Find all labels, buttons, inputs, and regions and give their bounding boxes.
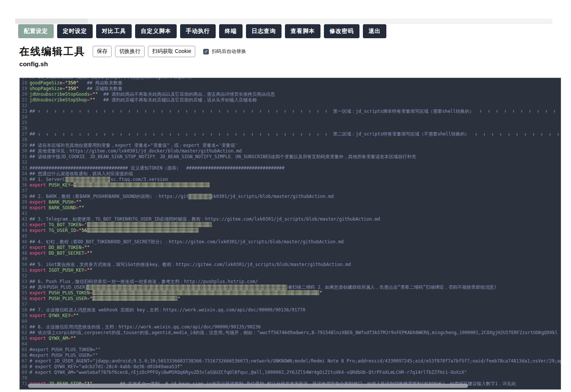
code-token: # export QYWX_AM="wwe5abaf787bf6cec6,rEj… [30, 370, 467, 375]
nav-timer-settings[interactable]: 定时设定 [57, 24, 93, 38]
code-token: ## 商品取关数量 [87, 80, 123, 86]
code-line[interactable]: 49 [20, 256, 561, 262]
code-line[interactable]: 62## 依次填上corpid的值,corpsecret的值,touser的值,… [20, 330, 561, 336]
line-number: 28 [20, 137, 27, 143]
code-token: = [76, 205, 79, 210]
code-line[interactable]: 37 [20, 188, 561, 194]
code-editor-content: 17## UN_SUBSCRIBES（选填）由脚本会export，无需在conf… [20, 78, 561, 387]
code-line[interactable]: 41 [20, 211, 561, 216]
code-line[interactable]: 26 [20, 126, 561, 131]
code-line[interactable]: 38## 2. BARK，教程（看BARK_PUSH和BARK_SOUND的说明… [20, 194, 561, 199]
code-line[interactable]: 44export TG_USER_ID="56 [20, 228, 561, 233]
code-line[interactable]: 58## 7. 企业微信机器人消息推送 webhook 后面的 key，文档：h… [20, 307, 561, 313]
scan-cookie-button[interactable]: 扫码获取 Cookie [148, 46, 195, 57]
code-line[interactable]: 50## 5. iGot聚合推送，支持多方式推送，填写iGot的推送key。教程… [20, 262, 561, 268]
code-line[interactable]: 57 [20, 302, 561, 307]
code-line[interactable]: 53## 6. Push Plus，微信扫码登录后一对一推送或一对多推送，参考文… [20, 279, 561, 285]
code-line[interactable]: 55export PUSH_PLUS_TOKEN=" [20, 290, 561, 296]
line-number: 20 [20, 92, 27, 97]
code-line[interactable]: 66#export PUSH_PLUS_USER="" [20, 353, 561, 358]
line-number: 21 [20, 97, 27, 103]
code-token: shopPageSize [30, 86, 62, 91]
line-number: 54 [20, 285, 27, 290]
code-editor[interactable]: 17## UN_SUBSCRIBES（选填）由脚本会export，无需在conf… [19, 78, 561, 390]
code-line[interactable]: 19shopPageSize="350" ## 店铺取关数量 [20, 86, 561, 92]
code-line[interactable]: 56export PUSH_PLUS_USER="" [20, 296, 561, 302]
code-line[interactable]: 34## 想通过什么渠道收取通知，就填入对应渠道的值 [20, 171, 561, 177]
horizontal-scrollbar-thumb[interactable] [28, 384, 468, 388]
code-line[interactable]: 51export IGOT_PUSH_KEY="" [20, 268, 561, 273]
code-line[interactable]: 24 [20, 114, 561, 120]
code-line[interactable]: 67# export JD_USER_AGENT="jdapp;android;… [20, 358, 561, 364]
code-line[interactable]: 18goodPageSize="350" ## 商品取关数量 [20, 80, 561, 86]
nav-manual-run[interactable]: 手动执行 [180, 24, 216, 38]
nav-config-settings[interactable]: 配置设定 [18, 24, 54, 38]
code-line[interactable]: 65#export PUSH_PLUS_TOKEN="" [20, 347, 561, 353]
code-line[interactable]: 40export BARK_SOUND="" [20, 205, 561, 211]
code-token: "" [76, 199, 81, 205]
nav-log-query[interactable]: 日志查询 [246, 24, 282, 38]
code-line[interactable]: 48export DD_BOT_SECRET="" [20, 250, 561, 256]
code-line[interactable]: 54## 其中PUSH_PLUS_USER是一对多推送的“群组编码”（一对多推送… [20, 285, 561, 290]
code-line[interactable]: 61## 8. 企业微信应用消息推送的值，文档：https://work.wei… [20, 324, 561, 330]
code-line[interactable]: 29## 请在本区域补充其他你需要用到变量，export 变量名="变量值"，或… [20, 143, 561, 148]
code-token: ## 依次填上corpid的值,corpsecret的值,touser的值,ag… [30, 330, 558, 335]
code-line[interactable]: 64 [20, 341, 561, 347]
code-token: #export PUSH_PLUS_USER="" [30, 353, 98, 358]
line-number: 44 [20, 228, 27, 233]
save-button[interactable]: 保存 [93, 46, 112, 57]
editor-toolbar: 保存 切换换行 扫码获取 Cookie ✓ 扫码后自动替换 [93, 46, 246, 57]
code-token: " [319, 290, 322, 296]
code-line[interactable]: 42## 3. Telegram，如需使用，TG_BOT_TOKEN和TG_US… [20, 216, 561, 222]
code-line[interactable]: 43export TG_BOT_TOKEN=' [20, 222, 561, 228]
code-line[interactable]: 70 [20, 375, 561, 381]
code-line[interactable]: 22 [20, 103, 561, 109]
code-line[interactable]: 35## 1. ServerChan，教程：http://sc.ftqq.com… [20, 177, 561, 182]
code-line[interactable]: 20jdUnsubscribeStopGoods="" ## 遇到此商品不再取关… [20, 92, 561, 97]
code-line[interactable]: 31## 该链接中除JD_COOKIE、JD_BEAN_SIGN_STOP_NO… [20, 154, 561, 160]
line-number: 37 [20, 188, 27, 194]
code-line[interactable]: 27## ↓ ↓ ↓ ↓ ↓ ↓ ↓ ↓ ↓ ↓ ↓ ↓ ↓ ↓ ↓ ↓ ↓ ↓… [20, 131, 561, 137]
code-line[interactable]: 69# export QYWX_AM="wwe5abaf787bf6cec6,r… [20, 370, 561, 375]
code-token: export [30, 199, 49, 205]
code-line[interactable]: 23## ↑ ↑ ↑ ↑ ↑ ↑ ↑ ↑ ↑ ↑ ↑ ↑ ↑ ↑ ↑ ↑ ↑ ↑… [20, 109, 561, 114]
code-line[interactable]: 25 [20, 120, 561, 126]
line-number: 52 [20, 273, 27, 279]
top-collapsed-strip [15, 19, 552, 23]
code-token: "" [87, 250, 92, 256]
code-line[interactable]: 36export PUSH_KEY= [20, 182, 561, 188]
line-number: 31 [20, 154, 27, 160]
code-line[interactable]: 33#################################### 定… [20, 165, 561, 171]
code-line[interactable]: 59export QYWX_KEY="" [20, 313, 561, 319]
code-line[interactable]: 68# export QYWX_KEY="adcb27d1-28c4-4abb-… [20, 364, 561, 370]
code-token: "56 [79, 228, 87, 233]
nav-view-script[interactable]: 查看脚本 [285, 24, 321, 38]
code-line[interactable]: 39export BARK_PUSH="" [20, 199, 561, 205]
code-line[interactable]: 17## UN_SUBSCRIBES（选填）由脚本会export，无需在conf… [20, 78, 561, 80]
code-line[interactable]: 32 [20, 160, 561, 165]
code-token: ## 2. BARK，教程（看BARK_PUSH和BARK_SOUND的说明）：… [30, 194, 334, 199]
code-line[interactable]: 52 [20, 273, 561, 279]
code-line[interactable]: 45 [20, 233, 561, 239]
auto-replace-checkbox[interactable]: ✓ [203, 49, 209, 54]
code-line[interactable]: 63export QYWX_AM="" [20, 336, 561, 341]
nav-custom-script[interactable]: 自定义脚本 [135, 24, 177, 38]
code-line[interactable]: 46## 4. 钉钉，教程（看DD_BOT_TOKEN和DD_BOT_SECRE… [20, 239, 561, 245]
nav-logout[interactable]: 退出 [363, 24, 386, 38]
code-line[interactable]: 21jdUnsubscribeStopShop="" ## 遇到此店铺不再取关此… [20, 97, 561, 103]
nav-terminal[interactable]: 终端 [219, 24, 243, 38]
line-number: 33 [20, 165, 27, 171]
code-line[interactable]: 30## 其他变量详见：https://gitee.com/lxk0301/jd… [20, 148, 561, 154]
code-token: "" [70, 336, 76, 341]
code-token: ## UN_SUBSCRIBES（选填）由脚本会export，无需在config… [30, 78, 194, 80]
code-token: = [84, 250, 87, 256]
top-strip-left-segment [15, 19, 88, 23]
toggle-wrap-button[interactable]: 切换换行 [115, 46, 145, 57]
line-number: 49 [20, 256, 27, 262]
code-line[interactable]: 47export DD_BOT_TOKEN="" [20, 245, 561, 250]
nav-change-password[interactable]: 修改密码 [324, 24, 359, 38]
code-line[interactable]: 60 [20, 319, 561, 324]
code-token: PUSH_KEY [49, 182, 71, 188]
nav-compare-tool[interactable]: 对比工具 [96, 24, 132, 38]
code-line[interactable]: 28 [20, 137, 561, 143]
